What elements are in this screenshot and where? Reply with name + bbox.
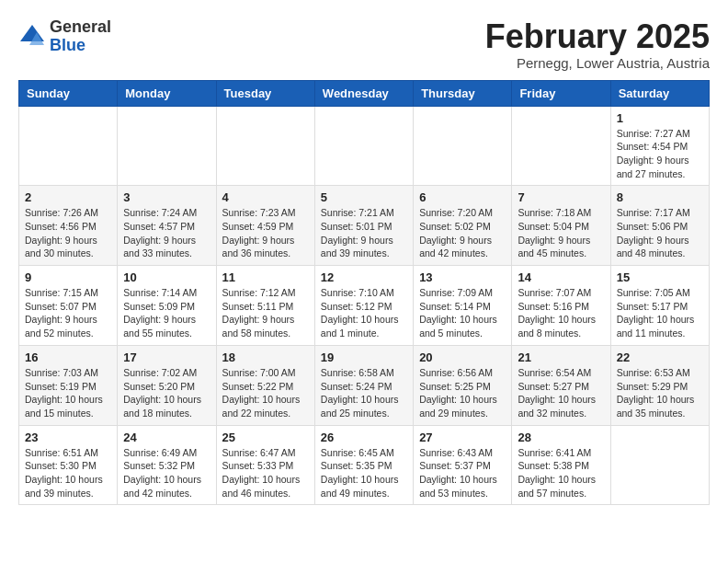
day-info: Sunrise: 7:05 AM Sunset: 5:17 PM Dayligh… xyxy=(617,286,703,340)
calendar-cell: 10Sunrise: 7:14 AM Sunset: 5:09 PM Dayli… xyxy=(118,266,216,346)
calendar-cell: 5Sunrise: 7:21 AM Sunset: 5:01 PM Daylig… xyxy=(314,186,413,266)
calendar-cell: 26Sunrise: 6:45 AM Sunset: 5:35 PM Dayli… xyxy=(314,425,413,505)
day-number: 13 xyxy=(419,270,506,284)
day-info: Sunrise: 6:54 AM Sunset: 5:27 PM Dayligh… xyxy=(518,366,604,420)
calendar-cell xyxy=(118,106,216,186)
day-info: Sunrise: 7:02 AM Sunset: 5:20 PM Dayligh… xyxy=(123,366,210,420)
calendar-cell: 18Sunrise: 7:00 AM Sunset: 5:22 PM Dayli… xyxy=(216,345,314,425)
calendar-week-row: 23Sunrise: 6:51 AM Sunset: 5:30 PM Dayli… xyxy=(19,425,710,505)
day-number: 27 xyxy=(419,431,506,444)
day-number: 9 xyxy=(25,270,111,284)
calendar-cell: 9Sunrise: 7:15 AM Sunset: 5:07 PM Daylig… xyxy=(19,266,118,346)
day-number: 12 xyxy=(321,270,407,284)
calendar-cell: 21Sunrise: 6:54 AM Sunset: 5:27 PM Dayli… xyxy=(512,345,610,425)
day-number: 1 xyxy=(617,111,703,125)
month-year-title: February 2025 xyxy=(485,18,710,55)
day-info: Sunrise: 7:27 AM Sunset: 4:54 PM Dayligh… xyxy=(617,127,703,181)
day-number: 4 xyxy=(222,190,309,204)
calendar-week-row: 2Sunrise: 7:26 AM Sunset: 4:56 PM Daylig… xyxy=(19,186,710,266)
day-info: Sunrise: 6:51 AM Sunset: 5:30 PM Dayligh… xyxy=(25,446,111,500)
logo: General Blue xyxy=(18,18,111,55)
header-sunday: Sunday xyxy=(19,80,118,106)
day-info: Sunrise: 7:12 AM Sunset: 5:11 PM Dayligh… xyxy=(222,286,309,340)
calendar-cell: 25Sunrise: 6:47 AM Sunset: 5:33 PM Dayli… xyxy=(216,425,314,505)
calendar-week-row: 16Sunrise: 7:03 AM Sunset: 5:19 PM Dayli… xyxy=(19,345,710,425)
day-info: Sunrise: 7:14 AM Sunset: 5:09 PM Dayligh… xyxy=(123,286,210,340)
day-number: 7 xyxy=(518,190,604,204)
day-info: Sunrise: 7:23 AM Sunset: 4:59 PM Dayligh… xyxy=(222,206,309,260)
day-number: 3 xyxy=(123,190,210,204)
day-info: Sunrise: 7:26 AM Sunset: 4:56 PM Dayligh… xyxy=(25,206,111,260)
calendar-cell xyxy=(216,106,314,186)
calendar-cell: 8Sunrise: 7:17 AM Sunset: 5:06 PM Daylig… xyxy=(610,186,709,266)
calendar-cell: 28Sunrise: 6:41 AM Sunset: 5:38 PM Dayli… xyxy=(512,425,610,505)
day-info: Sunrise: 6:58 AM Sunset: 5:24 PM Dayligh… xyxy=(321,366,407,420)
day-number: 17 xyxy=(123,350,210,364)
day-info: Sunrise: 6:45 AM Sunset: 5:35 PM Dayligh… xyxy=(321,446,407,500)
day-number: 25 xyxy=(222,431,309,444)
calendar-table: Sunday Monday Tuesday Wednesday Thursday… xyxy=(18,80,710,506)
day-info: Sunrise: 7:07 AM Sunset: 5:16 PM Dayligh… xyxy=(518,286,604,340)
calendar-cell xyxy=(414,106,512,186)
location-title: Pernegg, Lower Austria, Austria xyxy=(485,55,710,71)
calendar-header-row: Sunday Monday Tuesday Wednesday Thursday… xyxy=(19,80,710,106)
day-number: 19 xyxy=(321,350,407,364)
logo-blue: Blue xyxy=(50,37,111,55)
calendar-cell: 24Sunrise: 6:49 AM Sunset: 5:32 PM Dayli… xyxy=(118,425,216,505)
day-number: 28 xyxy=(518,431,604,444)
day-number: 10 xyxy=(123,270,210,284)
day-info: Sunrise: 7:17 AM Sunset: 5:06 PM Dayligh… xyxy=(617,206,703,260)
day-number: 21 xyxy=(518,350,604,364)
day-info: Sunrise: 6:53 AM Sunset: 5:29 PM Dayligh… xyxy=(617,366,703,420)
day-number: 22 xyxy=(617,350,703,364)
header-tuesday: Tuesday xyxy=(216,80,314,106)
header-wednesday: Wednesday xyxy=(314,80,413,106)
calendar-cell: 14Sunrise: 7:07 AM Sunset: 5:16 PM Dayli… xyxy=(512,266,610,346)
day-number: 5 xyxy=(321,190,407,204)
day-number: 16 xyxy=(25,350,111,364)
day-number: 24 xyxy=(123,431,210,444)
calendar-cell xyxy=(19,106,118,186)
calendar-cell: 11Sunrise: 7:12 AM Sunset: 5:11 PM Dayli… xyxy=(216,266,314,346)
day-info: Sunrise: 7:21 AM Sunset: 5:01 PM Dayligh… xyxy=(321,206,407,260)
day-info: Sunrise: 6:56 AM Sunset: 5:25 PM Dayligh… xyxy=(419,366,506,420)
page-header: General Blue February 2025 Pernegg, Lowe… xyxy=(18,18,710,71)
calendar-cell: 27Sunrise: 6:43 AM Sunset: 5:37 PM Dayli… xyxy=(414,425,512,505)
calendar-cell: 20Sunrise: 6:56 AM Sunset: 5:25 PM Dayli… xyxy=(414,345,512,425)
calendar-cell: 16Sunrise: 7:03 AM Sunset: 5:19 PM Dayli… xyxy=(19,345,118,425)
day-info: Sunrise: 6:43 AM Sunset: 5:37 PM Dayligh… xyxy=(419,446,506,500)
header-friday: Friday xyxy=(512,80,610,106)
calendar-cell: 22Sunrise: 6:53 AM Sunset: 5:29 PM Dayli… xyxy=(610,345,709,425)
day-info: Sunrise: 7:10 AM Sunset: 5:12 PM Dayligh… xyxy=(321,286,407,340)
day-info: Sunrise: 7:00 AM Sunset: 5:22 PM Dayligh… xyxy=(222,366,309,420)
day-info: Sunrise: 7:24 AM Sunset: 4:57 PM Dayligh… xyxy=(123,206,210,260)
day-info: Sunrise: 7:18 AM Sunset: 5:04 PM Dayligh… xyxy=(518,206,604,260)
day-info: Sunrise: 7:09 AM Sunset: 5:14 PM Dayligh… xyxy=(419,286,506,340)
calendar-cell xyxy=(512,106,610,186)
day-number: 8 xyxy=(617,190,703,204)
day-info: Sunrise: 6:47 AM Sunset: 5:33 PM Dayligh… xyxy=(222,446,309,500)
day-number: 20 xyxy=(419,350,506,364)
day-info: Sunrise: 6:49 AM Sunset: 5:32 PM Dayligh… xyxy=(123,446,210,500)
calendar-cell: 23Sunrise: 6:51 AM Sunset: 5:30 PM Dayli… xyxy=(19,425,118,505)
calendar-week-row: 1Sunrise: 7:27 AM Sunset: 4:54 PM Daylig… xyxy=(19,106,710,186)
calendar-cell: 6Sunrise: 7:20 AM Sunset: 5:02 PM Daylig… xyxy=(414,186,512,266)
header-saturday: Saturday xyxy=(610,80,709,106)
day-number: 23 xyxy=(25,431,111,444)
logo-general: General xyxy=(50,18,111,37)
calendar-cell: 19Sunrise: 6:58 AM Sunset: 5:24 PM Dayli… xyxy=(314,345,413,425)
day-info: Sunrise: 7:03 AM Sunset: 5:19 PM Dayligh… xyxy=(25,366,111,420)
calendar-cell: 7Sunrise: 7:18 AM Sunset: 5:04 PM Daylig… xyxy=(512,186,610,266)
logo-icon xyxy=(18,23,46,51)
day-number: 15 xyxy=(617,270,703,284)
calendar-cell: 15Sunrise: 7:05 AM Sunset: 5:17 PM Dayli… xyxy=(610,266,709,346)
day-info: Sunrise: 6:41 AM Sunset: 5:38 PM Dayligh… xyxy=(518,446,604,500)
day-number: 2 xyxy=(25,190,111,204)
header-monday: Monday xyxy=(118,80,216,106)
day-number: 6 xyxy=(419,190,506,204)
calendar-cell xyxy=(314,106,413,186)
day-info: Sunrise: 7:15 AM Sunset: 5:07 PM Dayligh… xyxy=(25,286,111,340)
day-number: 26 xyxy=(321,431,407,444)
day-info: Sunrise: 7:20 AM Sunset: 5:02 PM Dayligh… xyxy=(419,206,506,260)
calendar-cell: 13Sunrise: 7:09 AM Sunset: 5:14 PM Dayli… xyxy=(414,266,512,346)
